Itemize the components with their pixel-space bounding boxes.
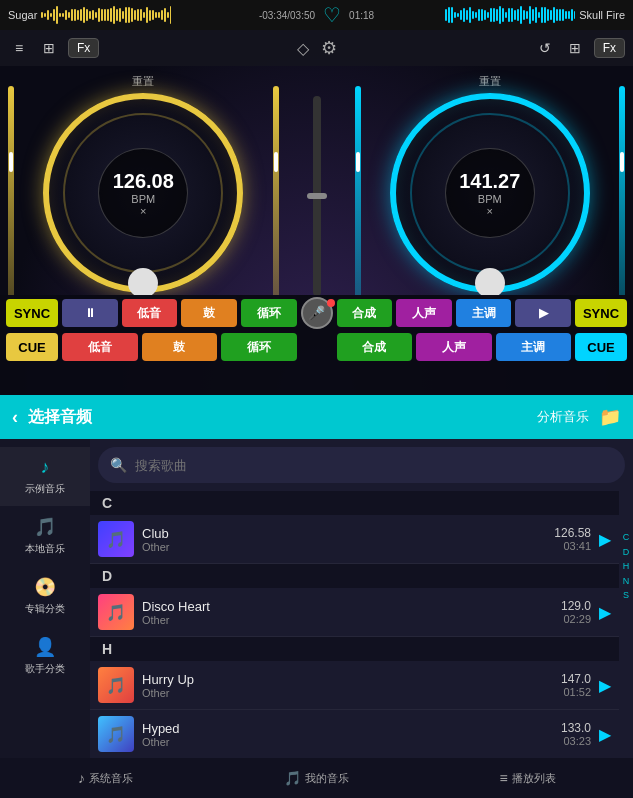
reset-right-label[interactable]: 重置 [479,74,501,89]
cue-button-right[interactable]: CUE [575,333,627,361]
tab-system-music[interactable]: ♪ 系统音乐 [0,758,211,798]
sidebar-item-local[interactable]: 🎵 本地音乐 [0,506,90,566]
album-icon: 📀 [34,576,56,598]
key-button-right2[interactable]: 主调 [496,333,572,361]
tab-label-my: 我的音乐 [305,771,349,786]
section-header-D: D [90,564,619,588]
tab-my-music[interactable]: 🎵 我的音乐 [211,758,422,798]
alpha-D[interactable]: D [623,546,630,559]
alpha-C[interactable]: C [623,531,630,544]
eq-icon[interactable]: ⊞ [38,37,60,59]
loop-button-left2[interactable]: 循环 [221,333,297,361]
drum-button-left[interactable]: 鼓 [181,299,237,327]
bpm-x-right: × [487,205,493,217]
drum-button-left2[interactable]: 鼓 [142,333,218,361]
library-header: ‹ 选择音频 分析音乐 📁 [0,395,633,439]
alpha-N[interactable]: N [623,575,630,588]
bass-button-left2[interactable]: 低音 [62,333,138,361]
loop-button-left[interactable]: 循环 [241,299,297,327]
track-bpm: 126.58 [554,526,591,540]
tab-playlist[interactable]: ≡ 播放列表 [422,758,633,798]
sidebar-item-sample[interactable]: ♪ 示例音乐 [0,447,90,506]
menu-icon[interactable]: ≡ [8,37,30,59]
bass-button-left[interactable]: 低音 [122,299,178,327]
turntable-right[interactable]: 141.27 BPM × [390,93,590,293]
library-sidebar: ♪ 示例音乐 🎵 本地音乐 📀 专辑分类 👤 歌手分类 [0,439,90,758]
vocal-button-right2[interactable]: 人声 [416,333,492,361]
left-waveform-vis [41,5,171,25]
sync-button-left[interactable]: SYNC [6,299,58,327]
crossfader[interactable] [313,96,321,296]
track-info: Hurry Up Other [142,672,553,699]
track-meta: 126.58 03:41 [554,526,591,552]
track-play-button[interactable]: ▶ [599,603,611,622]
search-input[interactable] [135,458,613,473]
left-pitch-slider[interactable] [273,86,279,306]
pause-button[interactable]: ⏸ [62,299,118,327]
bottom-controls: SYNC ⏸ 低音 鼓 循环 🎤 合成 人声 主调 ▶ SYNC CUE 低音 … [0,295,633,395]
track-thumbnail: 🎵 [98,716,134,752]
track-info: Hyped Other [142,721,553,748]
search-icon: 🔍 [110,457,127,473]
settings-icon[interactable]: ⚙ [321,37,337,59]
track-play-button[interactable]: ▶ [599,530,611,549]
turntable-left[interactable]: 126.08 BPM × [43,93,243,293]
track-genre: Other [142,614,553,626]
sample-icon: ♪ [41,457,50,478]
library-body: ♪ 示例音乐 🎵 本地音乐 📀 专辑分类 👤 歌手分类 🔍 [0,439,633,758]
waveform-center: -03:34/03:50 ♡ 01:18 [259,3,374,27]
cue-row: CUE 低音 鼓 循环 合成 人声 主调 CUE [0,331,633,363]
track-item[interactable]: 🎵 Hyped Other 133.0 03:23 ▶ [90,710,619,758]
diamond-icon[interactable]: ◇ [297,39,309,58]
heartbeat-icon: ♡ [323,3,341,27]
track-item[interactable]: 🎵 Hurry Up Other 147.0 01:52 ▶ [90,661,619,710]
track-play-button[interactable]: ▶ [599,676,611,695]
track-item[interactable]: 🎵 Disco Heart Other 129.0 02:29 ▶ [90,588,619,637]
analyze-button[interactable]: 分析音乐 [537,408,589,426]
bpm-x-left: × [140,205,146,217]
sidebar-label-sample: 示例音乐 [25,482,65,496]
reset-left-label[interactable]: 重置 [132,74,154,89]
track-name-text: Club [142,526,546,541]
turntable-left-dot [128,268,158,298]
synth-button-right[interactable]: 合成 [337,299,393,327]
dj-section: Sugar -03:34/03:50 ♡ 01:18 Skull Fire ≡ … [0,0,633,395]
left-track-name: Sugar [8,9,37,21]
left-track-time: -03:34/03:50 [259,10,315,21]
track-duration: 02:29 [561,613,591,625]
crossfader-handle[interactable] [307,193,327,199]
eq-icon-right[interactable]: ⊞ [564,37,586,59]
left-volume-slider[interactable] [8,86,14,306]
alpha-S[interactable]: S [623,589,629,602]
synth-button-right2[interactable]: 合成 [337,333,413,361]
fx-button-left[interactable]: Fx [68,38,99,58]
left-pitch-handle[interactable] [274,152,278,172]
sidebar-item-album[interactable]: 📀 专辑分类 [0,566,90,626]
folder-icon[interactable]: 📁 [599,406,621,428]
bpm-label-left: BPM [131,193,155,205]
key-button-right[interactable]: 主调 [456,299,512,327]
fx-button-right[interactable]: Fx [594,38,625,58]
cue-button-left[interactable]: CUE [6,333,58,361]
bottom-tabs: ♪ 系统音乐 🎵 我的音乐 ≡ 播放列表 [0,758,633,798]
right-volume-slider[interactable] [355,86,361,306]
track-duration: 03:23 [561,735,591,747]
back-button[interactable]: ‹ [12,407,18,428]
refresh-icon[interactable]: ↺ [534,37,556,59]
track-item[interactable]: 🎵 Club Other 126.58 03:41 ▶ [90,515,619,564]
right-waveform-vis [445,5,575,25]
sync-button-right[interactable]: SYNC [575,299,627,327]
left-slider-handle[interactable] [9,152,13,172]
track-play-button[interactable]: ▶ [599,725,611,744]
right-pitch-slider[interactable] [619,86,625,306]
right-slider-handle[interactable] [356,152,360,172]
play-button[interactable]: ▶ [515,299,571,327]
section-header-H: H [90,637,619,661]
sidebar-item-artist[interactable]: 👤 歌手分类 [0,626,90,686]
alpha-H[interactable]: H [623,560,630,573]
deck-left: 重置 126.08 BPM × [0,66,287,326]
vocal-button-right[interactable]: 人声 [396,299,452,327]
sidebar-label-artist: 歌手分类 [25,662,65,676]
right-pitch-handle[interactable] [620,152,624,172]
bpm-value-left: 126.08 [113,170,174,193]
